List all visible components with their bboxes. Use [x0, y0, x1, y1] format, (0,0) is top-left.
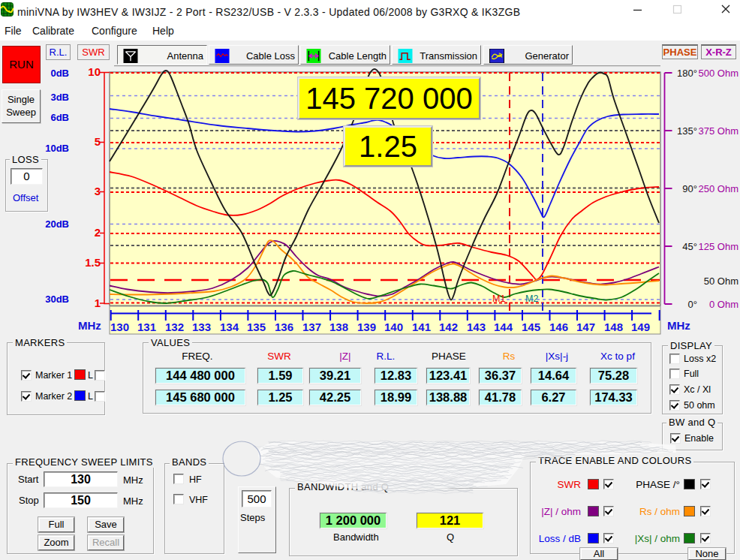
- svg-text:141: 141: [412, 321, 431, 333]
- svg-text:133: 133: [192, 321, 211, 333]
- svg-text:148: 148: [604, 321, 623, 333]
- svg-text:139: 139: [357, 321, 376, 333]
- svg-text:144: 144: [494, 321, 513, 333]
- svg-text:143: 143: [467, 321, 486, 333]
- svg-text:M2: M2: [525, 294, 538, 304]
- svg-text:131: 131: [137, 321, 156, 333]
- svg-text:137: 137: [302, 321, 321, 333]
- svg-text:145: 145: [522, 321, 540, 333]
- svg-text:149: 149: [631, 321, 650, 333]
- svg-text:136: 136: [275, 321, 293, 333]
- svg-text:146: 146: [549, 321, 568, 333]
- svg-text:140: 140: [384, 321, 403, 333]
- svg-text:M1: M1: [492, 294, 505, 304]
- svg-text:132: 132: [165, 321, 184, 333]
- svg-text:142: 142: [439, 321, 458, 333]
- svg-text:135: 135: [247, 321, 266, 333]
- svg-text:138: 138: [329, 321, 348, 333]
- svg-text:134: 134: [220, 321, 239, 333]
- svg-text:147: 147: [576, 321, 595, 333]
- svg-text:130: 130: [110, 321, 129, 333]
